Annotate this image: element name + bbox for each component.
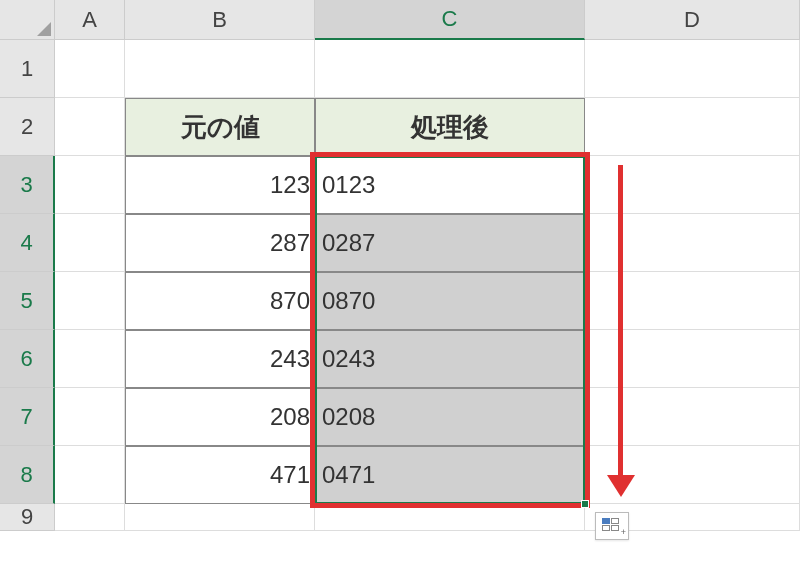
cell-d6[interactable] bbox=[585, 330, 800, 388]
cell-b9[interactable] bbox=[125, 504, 315, 531]
col-header-d[interactable]: D bbox=[585, 0, 800, 40]
row-header-4[interactable]: 4 bbox=[0, 214, 55, 272]
cell-c1[interactable] bbox=[315, 40, 585, 98]
cell-c7[interactable]: 0208 bbox=[315, 388, 585, 446]
select-all-corner[interactable] bbox=[0, 0, 55, 40]
col-header-b[interactable]: B bbox=[125, 0, 315, 40]
row-header-2[interactable]: 2 bbox=[0, 98, 55, 156]
cell-a2[interactable] bbox=[55, 98, 125, 156]
cell-a8[interactable] bbox=[55, 446, 125, 504]
cell-d5[interactable] bbox=[585, 272, 800, 330]
cell-c5[interactable]: 0870 bbox=[315, 272, 585, 330]
cell-c9[interactable] bbox=[315, 504, 585, 531]
cell-a3[interactable] bbox=[55, 156, 125, 214]
row-header-6[interactable]: 6 bbox=[0, 330, 55, 388]
row-header-3[interactable]: 3 bbox=[0, 156, 55, 214]
cell-b8[interactable]: 471 bbox=[125, 446, 315, 504]
row-header-7[interactable]: 7 bbox=[0, 388, 55, 446]
cell-b1[interactable] bbox=[125, 40, 315, 98]
col-header-c[interactable]: C bbox=[315, 0, 585, 40]
autofill-options-button[interactable]: + bbox=[595, 512, 629, 540]
cell-d7[interactable] bbox=[585, 388, 800, 446]
row-header-9[interactable]: 9 bbox=[0, 504, 55, 531]
row-header-1[interactable]: 1 bbox=[0, 40, 55, 98]
cell-d8[interactable] bbox=[585, 446, 800, 504]
cell-d4[interactable] bbox=[585, 214, 800, 272]
cell-d3[interactable] bbox=[585, 156, 800, 214]
cell-d2[interactable] bbox=[585, 98, 800, 156]
row-header-8[interactable]: 8 bbox=[0, 446, 55, 504]
cell-c6[interactable]: 0243 bbox=[315, 330, 585, 388]
row-header-5[interactable]: 5 bbox=[0, 272, 55, 330]
col-header-a[interactable]: A bbox=[55, 0, 125, 40]
header-processed[interactable]: 処理後 bbox=[315, 98, 585, 156]
cell-b6[interactable]: 243 bbox=[125, 330, 315, 388]
cell-b7[interactable]: 208 bbox=[125, 388, 315, 446]
cell-a5[interactable] bbox=[55, 272, 125, 330]
cell-a1[interactable] bbox=[55, 40, 125, 98]
cell-b3[interactable]: 123 bbox=[125, 156, 315, 214]
cell-a4[interactable] bbox=[55, 214, 125, 272]
cell-d1[interactable] bbox=[585, 40, 800, 98]
cell-a9[interactable] bbox=[55, 504, 125, 531]
header-original[interactable]: 元の値 bbox=[125, 98, 315, 156]
cell-c3[interactable]: 0123 bbox=[315, 156, 585, 214]
cell-a7[interactable] bbox=[55, 388, 125, 446]
fill-handle[interactable] bbox=[581, 500, 589, 508]
autofill-options-icon: + bbox=[602, 518, 622, 534]
cell-c8[interactable]: 0471 bbox=[315, 446, 585, 504]
spreadsheet-grid: A B C D 1 2 元の値 処理後 3 123 0123 4 287 028… bbox=[0, 0, 800, 531]
cell-a6[interactable] bbox=[55, 330, 125, 388]
cell-c4[interactable]: 0287 bbox=[315, 214, 585, 272]
cell-b5[interactable]: 870 bbox=[125, 272, 315, 330]
cell-b4[interactable]: 287 bbox=[125, 214, 315, 272]
